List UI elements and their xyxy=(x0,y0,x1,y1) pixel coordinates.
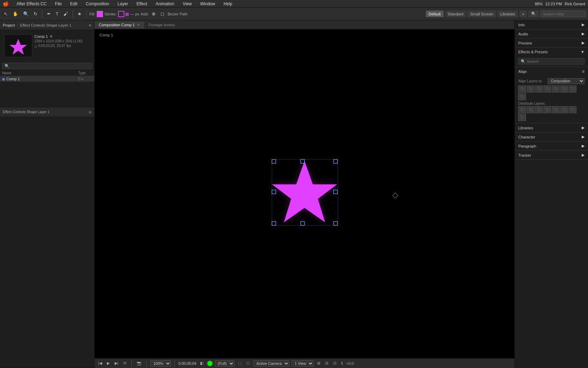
align-section: Align ≡ Align Layers to: Composition ⬛ ⬛… xyxy=(515,67,588,123)
align-to-dropdown[interactable]: Composition xyxy=(548,78,584,84)
effects-search-input[interactable] xyxy=(518,58,584,64)
viewer-play[interactable]: ▶ xyxy=(105,360,111,366)
menu-file[interactable]: File xyxy=(53,1,64,7)
menu-composition[interactable]: Composition xyxy=(84,1,111,7)
apple-menu[interactable]: 🍎 xyxy=(3,1,9,7)
menu-help[interactable]: Help xyxy=(221,1,234,7)
workspace-libraries[interactable]: Libraries xyxy=(498,11,518,17)
add-button[interactable]: ⊕ xyxy=(150,10,157,18)
selection-tool[interactable]: ↖ xyxy=(2,10,9,18)
menu-effect[interactable]: Effect xyxy=(135,1,149,7)
viewer-ram-preview[interactable]: ⟳ xyxy=(122,360,128,366)
menu-ae[interactable]: After Effects CC xyxy=(14,1,49,7)
preview-section-title[interactable]: Preview ▶ xyxy=(515,39,588,47)
viewer-rulers[interactable]: ⊡ xyxy=(332,360,338,366)
dist-vcenter[interactable]: ⬛ xyxy=(552,106,560,113)
dist-h[interactable]: ⬛ xyxy=(518,114,526,121)
text-tool[interactable]: T xyxy=(54,10,60,18)
dist-bottom[interactable]: ⬛ xyxy=(560,106,568,113)
star-layer[interactable] xyxy=(264,158,345,229)
panel-menu-button[interactable]: ≡ xyxy=(89,22,91,28)
viewer-prev-frame[interactable]: |◀ xyxy=(97,360,103,366)
viewer-toolbar: |◀ ▶ ▶| ⟳ 📷 100% 0;00;00;04 ◧ (Full) ⬚ ⬡… xyxy=(95,358,514,368)
zoom-tool[interactable]: 🔍 xyxy=(21,10,30,18)
project-search-input[interactable] xyxy=(2,63,92,69)
composition-viewer[interactable]: Comp 1 xyxy=(95,29,514,358)
comp-file-icon: ◼ xyxy=(2,77,5,81)
main-area: Project | Effect Controls Shape Layer 1 … xyxy=(0,20,588,368)
search-help-input[interactable] xyxy=(540,11,586,17)
timecode-display: 0;00;00;04 xyxy=(178,361,197,366)
viewer-region[interactable]: ⬚ xyxy=(237,360,243,366)
footage-tab[interactable]: Footage (none) xyxy=(144,21,179,28)
menu-window[interactable]: Window xyxy=(198,1,217,7)
align-h[interactable]: ⬛ xyxy=(518,93,526,100)
project-file-row[interactable]: ◼ Comp 1 C ≡ xyxy=(0,76,94,82)
paragraph-section-title[interactable]: Paragraph ▶ xyxy=(515,142,588,150)
fill-color-swatch[interactable] xyxy=(97,11,103,17)
effect-panel-menu[interactable]: ≡ xyxy=(89,109,91,115)
brush-tool[interactable]: 🖌 xyxy=(62,10,70,18)
camera-dropdown[interactable]: Active Camera xyxy=(253,360,289,367)
align-section-title[interactable]: Align ≡ xyxy=(515,67,588,76)
viewer-3d[interactable]: ⬡ xyxy=(245,360,251,366)
project-tab[interactable]: Project xyxy=(3,23,15,27)
menu-animation[interactable]: Animation xyxy=(153,1,176,7)
main-toolbar: ↖ ✋ 🔍 ↻ ✒ T 🖌 ★ Fill: Stroke: ▦ — px Add… xyxy=(0,8,588,20)
composition-tab[interactable]: Composition Comp 1 ✕ xyxy=(95,21,144,28)
align-vcenter[interactable]: ⬛ xyxy=(552,86,560,93)
view-dropdown[interactable]: 1 View xyxy=(292,360,314,367)
align-menu-icon[interactable]: ≡ xyxy=(582,69,584,74)
audio-section-title[interactable]: Audio ▶ xyxy=(515,29,588,38)
center-area: Composition Comp 1 ✕ Footage (none) Comp… xyxy=(95,20,514,368)
viewer-guides[interactable]: ⊟ xyxy=(324,360,330,366)
menu-layer[interactable]: Layer xyxy=(116,1,130,7)
align-content: Align Layers to: Composition ⬛ ⬛ ⬛ ⬛ ⬛ ⬛… xyxy=(515,76,588,123)
menu-view[interactable]: View xyxy=(180,1,194,7)
effect-controls-tab[interactable]: Effect Controls Shape Layer 1 xyxy=(20,23,71,27)
align-hcenter[interactable]: ⬛ xyxy=(527,86,534,93)
viewer-info[interactable]: ℹ xyxy=(340,360,344,366)
left-panel: Project | Effect Controls Shape Layer 1 … xyxy=(0,20,95,368)
dist-w[interactable]: ⬛ xyxy=(569,106,576,113)
character-section-title[interactable]: Character ▶ xyxy=(515,132,588,141)
stroke-color-swatch[interactable] xyxy=(118,11,124,17)
viewer-grid[interactable]: ⊞ xyxy=(316,360,322,366)
align-left[interactable]: ⬛ xyxy=(518,86,526,93)
thumbnail-preview xyxy=(8,37,29,55)
workspace-standard[interactable]: Standard xyxy=(445,11,466,17)
comp-dropdown-arrow[interactable]: ▼ xyxy=(49,34,53,39)
tracker-section-title[interactable]: Tracker ▶ xyxy=(515,151,588,159)
align-top[interactable]: ⬛ xyxy=(543,86,551,93)
workspace-search-btn[interactable]: 🔍 xyxy=(528,11,539,17)
effects-presets-section-title[interactable]: Effects & Presets ▼ xyxy=(515,48,588,56)
align-right[interactable]: ⬛ xyxy=(535,86,543,93)
zoom-dropdown[interactable]: 100% xyxy=(150,360,171,367)
rotate-tool[interactable]: ↻ xyxy=(32,10,39,18)
dist-left[interactable]: ⬛ xyxy=(518,106,526,113)
comp-tab-close[interactable]: ✕ xyxy=(137,23,140,27)
align-bottom[interactable]: ⬛ xyxy=(560,86,568,93)
hand-tool[interactable]: ✋ xyxy=(11,10,20,18)
quality-dropdown[interactable]: (Full) xyxy=(215,360,234,367)
menu-edit[interactable]: Edit xyxy=(68,1,80,7)
dist-right[interactable]: ⬛ xyxy=(535,106,543,113)
workspace-default[interactable]: Default xyxy=(426,11,444,17)
pen-tool[interactable]: ✒ xyxy=(45,10,53,18)
libraries-section-title[interactable]: Libraries ▶ xyxy=(515,123,588,132)
viewer-next-frame[interactable]: ▶| xyxy=(113,360,120,366)
libraries-arrow: ▶ xyxy=(582,125,584,130)
bezier-toggle[interactable]: ◻ xyxy=(159,10,166,18)
comp-thumbnail[interactable] xyxy=(4,34,32,57)
info-section-title[interactable]: Info ▶ xyxy=(515,20,588,29)
workspace-small-screen[interactable]: Small Screen xyxy=(467,11,496,17)
dist-hcenter[interactable]: ⬛ xyxy=(527,106,534,113)
align-w[interactable]: ⬛ xyxy=(569,86,576,93)
workspace-more[interactable]: » xyxy=(519,11,527,17)
shape-tool[interactable]: ★ xyxy=(76,10,83,18)
dist-top[interactable]: ⬛ xyxy=(543,106,551,113)
comp-name: Comp 1 xyxy=(34,34,48,39)
toolbar-sep-1 xyxy=(42,10,42,18)
viewer-snapshot[interactable]: 📷 xyxy=(135,360,143,366)
viewer-snapshot-show[interactable]: ◧ xyxy=(199,360,205,366)
